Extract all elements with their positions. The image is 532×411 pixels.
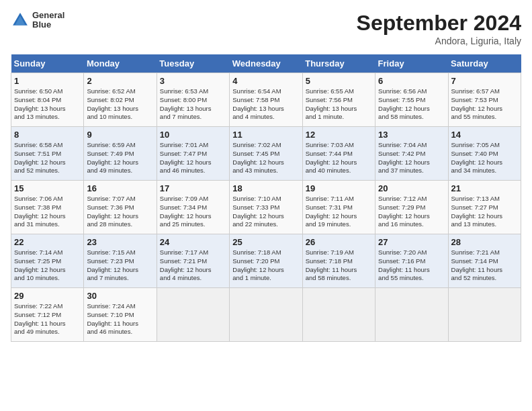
day-number: 27	[378, 237, 445, 247]
day-cell: 2Sunrise: 6:52 AM Sunset: 8:02 PM Daylig…	[84, 73, 157, 127]
day-info: Sunrise: 7:19 AM Sunset: 7:18 PM Dayligh…	[306, 248, 372, 283]
day-cell: 21Sunrise: 7:13 AM Sunset: 7:27 PM Dayli…	[448, 181, 521, 234]
day-number: 17	[160, 183, 226, 193]
day-cell: 15Sunrise: 7:06 AM Sunset: 7:38 PM Dayli…	[11, 181, 84, 234]
header-cell-friday: Friday	[375, 54, 448, 73]
day-number: 3	[160, 76, 226, 86]
day-number: 4	[232, 76, 299, 86]
day-info: Sunrise: 6:50 AM Sunset: 8:04 PM Dayligh…	[14, 87, 81, 122]
day-cell: 12Sunrise: 7:03 AM Sunset: 7:44 PM Dayli…	[302, 127, 375, 181]
calendar-body: 1Sunrise: 6:50 AM Sunset: 8:04 PM Daylig…	[11, 73, 521, 342]
day-info: Sunrise: 7:06 AM Sunset: 7:38 PM Dayligh…	[14, 195, 81, 229]
week-row-5: 29Sunrise: 7:22 AM Sunset: 7:12 PM Dayli…	[11, 288, 521, 342]
day-info: Sunrise: 7:17 AM Sunset: 7:21 PM Dayligh…	[160, 248, 226, 283]
day-cell: 18Sunrise: 7:10 AM Sunset: 7:33 PM Dayli…	[230, 181, 302, 234]
day-cell: 8Sunrise: 6:58 AM Sunset: 7:51 PM Daylig…	[11, 127, 84, 181]
day-cell	[448, 288, 521, 342]
day-info: Sunrise: 7:14 AM Sunset: 7:25 PM Dayligh…	[14, 248, 81, 283]
day-cell: 14Sunrise: 7:05 AM Sunset: 7:40 PM Dayli…	[448, 127, 521, 181]
day-cell: 20Sunrise: 7:12 AM Sunset: 7:29 PM Dayli…	[375, 181, 448, 234]
header-cell-saturday: Saturday	[448, 54, 521, 73]
day-info: Sunrise: 7:10 AM Sunset: 7:33 PM Dayligh…	[232, 195, 299, 229]
day-info: Sunrise: 7:07 AM Sunset: 7:36 PM Dayligh…	[87, 195, 153, 229]
day-info: Sunrise: 7:05 AM Sunset: 7:40 PM Dayligh…	[451, 141, 518, 175]
logo-line2: Blue	[32, 20, 64, 30]
day-info: Sunrise: 7:24 AM Sunset: 7:10 PM Dayligh…	[87, 302, 153, 336]
day-number: 15	[14, 183, 81, 193]
logo: General Blue	[11, 11, 64, 30]
day-number: 29	[14, 291, 81, 301]
header-cell-wednesday: Wednesday	[230, 54, 302, 73]
logo-line1: General	[32, 11, 64, 20]
day-number: 20	[378, 183, 445, 193]
day-cell: 29Sunrise: 7:22 AM Sunset: 7:12 PM Dayli…	[11, 288, 84, 342]
day-number: 18	[232, 183, 299, 193]
day-number: 28	[451, 237, 518, 247]
week-row-1: 1Sunrise: 6:50 AM Sunset: 8:04 PM Daylig…	[11, 73, 521, 127]
day-info: Sunrise: 7:22 AM Sunset: 7:12 PM Dayligh…	[14, 302, 81, 336]
day-number: 2	[87, 76, 153, 86]
day-number: 23	[87, 237, 153, 247]
calendar-table: SundayMondayTuesdayWednesdayThursdayFrid…	[11, 54, 521, 342]
logo-text: General Blue	[32, 11, 64, 30]
day-cell: 19Sunrise: 7:11 AM Sunset: 7:31 PM Dayli…	[302, 181, 375, 234]
day-info: Sunrise: 7:09 AM Sunset: 7:34 PM Dayligh…	[160, 195, 226, 229]
logo-icon	[11, 11, 30, 30]
header-cell-thursday: Thursday	[302, 54, 375, 73]
day-info: Sunrise: 7:01 AM Sunset: 7:47 PM Dayligh…	[160, 141, 226, 175]
day-number: 16	[87, 183, 153, 193]
day-cell: 1Sunrise: 6:50 AM Sunset: 8:04 PM Daylig…	[11, 73, 84, 127]
day-info: Sunrise: 7:15 AM Sunset: 7:23 PM Dayligh…	[87, 248, 153, 283]
calendar-header: SundayMondayTuesdayWednesdayThursdayFrid…	[11, 54, 521, 73]
day-info: Sunrise: 6:56 AM Sunset: 7:55 PM Dayligh…	[378, 87, 445, 122]
day-cell	[157, 288, 229, 342]
day-number: 25	[232, 237, 299, 247]
day-cell: 10Sunrise: 7:01 AM Sunset: 7:47 PM Dayli…	[157, 127, 229, 181]
day-info: Sunrise: 6:52 AM Sunset: 8:02 PM Dayligh…	[87, 87, 153, 122]
header: General Blue September 2024 Andora, Ligu…	[11, 11, 521, 46]
day-number: 14	[451, 130, 518, 140]
day-cell: 27Sunrise: 7:20 AM Sunset: 7:16 PM Dayli…	[375, 234, 448, 288]
day-info: Sunrise: 7:12 AM Sunset: 7:29 PM Dayligh…	[378, 195, 445, 229]
day-cell: 24Sunrise: 7:17 AM Sunset: 7:21 PM Dayli…	[157, 234, 229, 288]
day-info: Sunrise: 6:55 AM Sunset: 7:56 PM Dayligh…	[306, 87, 372, 122]
day-number: 8	[14, 130, 81, 140]
day-info: Sunrise: 6:57 AM Sunset: 7:53 PM Dayligh…	[451, 87, 518, 122]
day-info: Sunrise: 6:58 AM Sunset: 7:51 PM Dayligh…	[14, 141, 81, 175]
day-info: Sunrise: 6:59 AM Sunset: 7:49 PM Dayligh…	[87, 141, 153, 175]
day-cell	[302, 288, 375, 342]
day-number: 21	[451, 183, 518, 193]
day-number: 9	[87, 130, 153, 140]
day-number: 13	[378, 130, 445, 140]
day-info: Sunrise: 7:04 AM Sunset: 7:42 PM Dayligh…	[378, 141, 445, 175]
header-cell-sunday: Sunday	[11, 54, 84, 73]
day-cell	[375, 288, 448, 342]
day-number: 22	[14, 237, 81, 247]
day-number: 26	[306, 237, 372, 247]
week-row-2: 8Sunrise: 6:58 AM Sunset: 7:51 PM Daylig…	[11, 127, 521, 181]
day-cell: 11Sunrise: 7:02 AM Sunset: 7:45 PM Dayli…	[230, 127, 302, 181]
day-cell: 9Sunrise: 6:59 AM Sunset: 7:49 PM Daylig…	[84, 127, 157, 181]
day-cell: 6Sunrise: 6:56 AM Sunset: 7:55 PM Daylig…	[375, 73, 448, 127]
day-cell: 25Sunrise: 7:18 AM Sunset: 7:20 PM Dayli…	[230, 234, 302, 288]
day-cell: 5Sunrise: 6:55 AM Sunset: 7:56 PM Daylig…	[302, 73, 375, 127]
title-area: September 2024 Andora, Liguria, Italy	[357, 11, 521, 46]
day-info: Sunrise: 7:03 AM Sunset: 7:44 PM Dayligh…	[306, 141, 372, 175]
day-cell: 17Sunrise: 7:09 AM Sunset: 7:34 PM Dayli…	[157, 181, 229, 234]
day-cell: 7Sunrise: 6:57 AM Sunset: 7:53 PM Daylig…	[448, 73, 521, 127]
day-info: Sunrise: 7:13 AM Sunset: 7:27 PM Dayligh…	[451, 195, 518, 229]
day-cell: 22Sunrise: 7:14 AM Sunset: 7:25 PM Dayli…	[11, 234, 84, 288]
week-row-4: 22Sunrise: 7:14 AM Sunset: 7:25 PM Dayli…	[11, 234, 521, 288]
day-number: 1	[14, 76, 81, 86]
day-info: Sunrise: 7:20 AM Sunset: 7:16 PM Dayligh…	[378, 248, 445, 283]
day-cell: 26Sunrise: 7:19 AM Sunset: 7:18 PM Dayli…	[302, 234, 375, 288]
header-cell-monday: Monday	[84, 54, 157, 73]
month-title: September 2024	[357, 11, 521, 36]
day-number: 7	[451, 76, 518, 86]
day-cell: 28Sunrise: 7:21 AM Sunset: 7:14 PM Dayli…	[448, 234, 521, 288]
location: Andora, Liguria, Italy	[357, 36, 521, 46]
day-info: Sunrise: 7:21 AM Sunset: 7:14 PM Dayligh…	[451, 248, 518, 283]
day-cell: 3Sunrise: 6:53 AM Sunset: 8:00 PM Daylig…	[157, 73, 229, 127]
day-cell: 13Sunrise: 7:04 AM Sunset: 7:42 PM Dayli…	[375, 127, 448, 181]
day-cell: 4Sunrise: 6:54 AM Sunset: 7:58 PM Daylig…	[230, 73, 302, 127]
